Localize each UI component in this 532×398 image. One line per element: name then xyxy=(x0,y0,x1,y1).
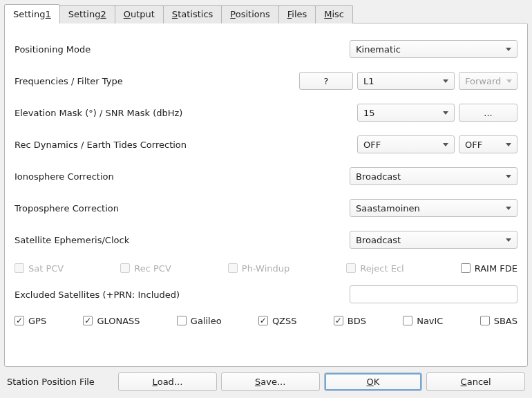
select-troposphere[interactable]: Saastamoinen xyxy=(350,199,517,217)
snr-mask-button[interactable]: ... xyxy=(459,104,517,122)
chevron-down-icon xyxy=(443,111,448,115)
tab-positions[interactable]: Positions xyxy=(221,5,278,23)
label-station-position-file: Station Position File xyxy=(7,377,114,387)
tab-misc[interactable]: Misc xyxy=(315,5,353,23)
check-gps[interactable]: GPS xyxy=(15,316,46,326)
select-filter-type: Forward xyxy=(459,72,517,90)
label-troposphere: Troposphere Correction xyxy=(15,203,350,214)
select-rec-dynamics[interactable]: OFF xyxy=(357,135,455,153)
select-earth-tides[interactable]: OFF xyxy=(459,135,517,153)
help-freq-button[interactable]: ? xyxy=(299,72,353,90)
chevron-down-icon xyxy=(506,207,511,210)
label-ionosphere: Ionosphere Correction xyxy=(15,171,350,182)
chevron-down-icon xyxy=(506,143,511,146)
label-ephemeris: Satellite Ephemeris/Clock xyxy=(15,235,350,245)
select-elevation-mask[interactable]: 15 xyxy=(357,104,455,122)
label-recdyn-earth: Rec Dynamics / Earth Tides Correction xyxy=(15,140,357,150)
chevron-down-icon xyxy=(506,175,511,178)
select-ephemeris[interactable]: Broadcast xyxy=(350,231,517,249)
tab-statistics[interactable]: Statistics xyxy=(163,5,222,23)
check-bds[interactable]: BDS xyxy=(334,316,366,326)
chevron-down-icon xyxy=(506,79,512,83)
panel-setting1: Positioning Mode Kinematic Frequencies /… xyxy=(4,23,528,367)
cancel-button[interactable]: Cancel xyxy=(426,372,525,391)
select-frequencies[interactable]: L1 xyxy=(357,72,455,90)
chevron-down-icon xyxy=(506,238,511,242)
select-ionosphere[interactable]: Broadcast xyxy=(350,167,517,185)
label-positioning-mode: Positioning Mode xyxy=(15,44,350,55)
label-elev-snr: Elevation Mask (°) / SNR Mask (dbHz) xyxy=(15,108,357,118)
load-button[interactable]: Load... xyxy=(118,372,217,391)
check-raim-fde[interactable]: RAIM FDE xyxy=(461,263,517,274)
footer: Station Position File Load... Save... OK… xyxy=(0,367,532,398)
save-button[interactable]: Save... xyxy=(221,372,320,391)
input-excluded-sats[interactable] xyxy=(350,285,517,303)
chevron-down-icon xyxy=(443,143,448,146)
check-ph-windup: Ph-Windup xyxy=(228,263,289,274)
check-rec-pcv: Rec PCV xyxy=(120,263,171,274)
check-qzss[interactable]: QZSS xyxy=(258,316,297,326)
check-reject-ecl: Reject Ecl xyxy=(346,263,403,274)
tab-output[interactable]: Output xyxy=(115,5,164,23)
check-sat-pcv: Sat PCV xyxy=(15,263,64,274)
tab-setting2[interactable]: Setting2 xyxy=(59,5,115,23)
label-excluded-sats: Excluded Satellites (+PRN: Included) xyxy=(15,290,350,300)
label-freq-filter: Frequencies / Filter Type xyxy=(15,76,299,86)
chevron-down-icon xyxy=(443,79,448,83)
check-galileo[interactable]: Galileo xyxy=(177,316,222,326)
tab-files[interactable]: Files xyxy=(278,5,316,23)
tab-setting1[interactable]: Setting1 xyxy=(4,4,60,23)
check-navic[interactable]: NavIC xyxy=(403,316,443,326)
tab-bar: Setting1 Setting2 Output Statistics Posi… xyxy=(0,0,532,23)
check-glonass[interactable]: GLONASS xyxy=(83,316,140,326)
ok-button[interactable]: OK xyxy=(324,372,423,391)
chevron-down-icon xyxy=(506,48,511,51)
check-sbas[interactable]: SBAS xyxy=(480,316,517,326)
select-positioning-mode[interactable]: Kinematic xyxy=(350,40,517,58)
